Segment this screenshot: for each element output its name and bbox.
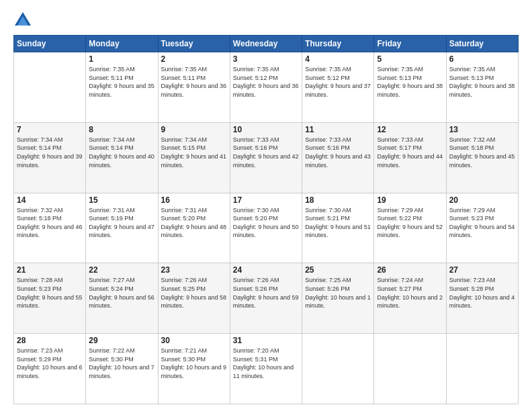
- day-number: 9: [161, 125, 227, 134]
- calendar-header-friday: Friday: [374, 36, 446, 52]
- day-info: Sunrise: 7:34 AMSunset: 5:15 PMDaylight:…: [161, 136, 227, 169]
- calendar-header-row: SundayMondayTuesdayWednesdayThursdayFrid…: [14, 36, 519, 52]
- calendar-table: SundayMondayTuesdayWednesdayThursdayFrid…: [13, 35, 519, 404]
- day-info: Sunrise: 7:20 AMSunset: 5:31 PMDaylight:…: [233, 347, 299, 380]
- day-info: Sunrise: 7:27 AMSunset: 5:24 PMDaylight:…: [89, 276, 154, 310]
- calendar-cell: 5Sunrise: 7:35 AMSunset: 5:13 PMDaylight…: [374, 52, 446, 123]
- day-info: Sunrise: 7:30 AMSunset: 5:21 PMDaylight:…: [305, 206, 371, 240]
- day-number: 15: [89, 195, 154, 205]
- calendar-cell: 24Sunrise: 7:26 AMSunset: 5:26 PMDayligh…: [230, 263, 302, 334]
- day-info: Sunrise: 7:33 AMSunset: 5:17 PMDaylight:…: [377, 136, 443, 169]
- day-info: Sunrise: 7:23 AMSunset: 5:29 PMDaylight:…: [17, 347, 83, 380]
- calendar-cell: 30Sunrise: 7:21 AMSunset: 5:30 PMDayligh…: [158, 334, 230, 404]
- calendar-cell: 15Sunrise: 7:31 AMSunset: 5:19 PMDayligh…: [86, 193, 158, 263]
- day-info: Sunrise: 7:26 AMSunset: 5:26 PMDaylight:…: [233, 276, 299, 310]
- day-info: Sunrise: 7:33 AMSunset: 5:16 PMDaylight:…: [305, 136, 371, 169]
- calendar-cell: 10Sunrise: 7:33 AMSunset: 5:16 PMDayligh…: [230, 122, 302, 193]
- day-number: 31: [233, 336, 299, 345]
- calendar-cell: [302, 334, 374, 404]
- calendar-cell: 14Sunrise: 7:32 AMSunset: 5:18 PMDayligh…: [14, 193, 86, 263]
- day-number: 13: [449, 125, 515, 134]
- calendar-cell: 3Sunrise: 7:35 AMSunset: 5:12 PMDaylight…: [230, 52, 302, 123]
- calendar-cell: 1Sunrise: 7:35 AMSunset: 5:11 PMDaylight…: [86, 52, 158, 123]
- day-info: Sunrise: 7:34 AMSunset: 5:14 PMDaylight:…: [17, 136, 83, 169]
- day-number: 14: [17, 195, 83, 205]
- calendar-week-row: 14Sunrise: 7:32 AMSunset: 5:18 PMDayligh…: [14, 193, 519, 263]
- day-info: Sunrise: 7:22 AMSunset: 5:30 PMDaylight:…: [89, 347, 154, 380]
- day-number: 27: [449, 265, 515, 275]
- day-number: 26: [377, 265, 443, 275]
- calendar-cell: 11Sunrise: 7:33 AMSunset: 5:16 PMDayligh…: [302, 122, 374, 193]
- day-number: 28: [17, 336, 83, 345]
- calendar-cell: 21Sunrise: 7:28 AMSunset: 5:23 PMDayligh…: [14, 263, 86, 334]
- day-info: Sunrise: 7:35 AMSunset: 5:11 PMDaylight:…: [89, 65, 154, 99]
- day-number: 16: [161, 195, 227, 205]
- day-number: 1: [89, 54, 154, 64]
- day-info: Sunrise: 7:34 AMSunset: 5:14 PMDaylight:…: [89, 136, 154, 169]
- calendar-cell: 7Sunrise: 7:34 AMSunset: 5:14 PMDaylight…: [14, 122, 86, 193]
- day-number: 25: [305, 265, 371, 275]
- calendar-cell: 23Sunrise: 7:26 AMSunset: 5:25 PMDayligh…: [158, 263, 230, 334]
- calendar-cell: 12Sunrise: 7:33 AMSunset: 5:17 PMDayligh…: [374, 122, 446, 193]
- calendar-cell: 13Sunrise: 7:32 AMSunset: 5:18 PMDayligh…: [446, 122, 518, 193]
- day-info: Sunrise: 7:21 AMSunset: 5:30 PMDaylight:…: [161, 347, 227, 380]
- day-number: 12: [377, 125, 443, 134]
- calendar-cell: 31Sunrise: 7:20 AMSunset: 5:31 PMDayligh…: [230, 334, 302, 404]
- calendar-cell: 17Sunrise: 7:30 AMSunset: 5:20 PMDayligh…: [230, 193, 302, 263]
- day-info: Sunrise: 7:35 AMSunset: 5:11 PMDaylight:…: [161, 65, 227, 99]
- calendar-week-row: 21Sunrise: 7:28 AMSunset: 5:23 PMDayligh…: [14, 263, 519, 334]
- day-info: Sunrise: 7:29 AMSunset: 5:23 PMDaylight:…: [449, 206, 515, 240]
- logo: [13, 11, 35, 30]
- day-number: 20: [449, 195, 515, 205]
- header: [13, 11, 519, 30]
- calendar-cell: 9Sunrise: 7:34 AMSunset: 5:15 PMDaylight…: [158, 122, 230, 193]
- calendar-cell: 4Sunrise: 7:35 AMSunset: 5:12 PMDaylight…: [302, 52, 374, 123]
- day-info: Sunrise: 7:33 AMSunset: 5:16 PMDaylight:…: [233, 136, 299, 169]
- day-number: 11: [305, 125, 371, 134]
- logo-icon: [13, 11, 32, 30]
- calendar-header-wednesday: Wednesday: [230, 36, 302, 52]
- day-info: Sunrise: 7:29 AMSunset: 5:22 PMDaylight:…: [377, 206, 443, 240]
- calendar-cell: [14, 52, 86, 123]
- day-number: 2: [161, 54, 227, 64]
- calendar-cell: 20Sunrise: 7:29 AMSunset: 5:23 PMDayligh…: [446, 193, 518, 263]
- calendar-cell: [446, 334, 518, 404]
- day-info: Sunrise: 7:31 AMSunset: 5:19 PMDaylight:…: [89, 206, 154, 240]
- day-number: 7: [17, 125, 83, 134]
- day-info: Sunrise: 7:35 AMSunset: 5:13 PMDaylight:…: [377, 65, 443, 99]
- calendar-cell: 2Sunrise: 7:35 AMSunset: 5:11 PMDaylight…: [158, 52, 230, 123]
- calendar-header-thursday: Thursday: [302, 36, 374, 52]
- day-number: 6: [449, 54, 515, 64]
- day-info: Sunrise: 7:35 AMSunset: 5:13 PMDaylight:…: [449, 65, 515, 99]
- calendar-cell: 22Sunrise: 7:27 AMSunset: 5:24 PMDayligh…: [86, 263, 158, 334]
- calendar-header-sunday: Sunday: [14, 36, 86, 52]
- day-number: 21: [17, 265, 83, 275]
- day-number: 8: [89, 125, 154, 134]
- calendar-week-row: 7Sunrise: 7:34 AMSunset: 5:14 PMDaylight…: [14, 122, 519, 193]
- day-number: 22: [89, 265, 154, 275]
- calendar-cell: 27Sunrise: 7:23 AMSunset: 5:28 PMDayligh…: [446, 263, 518, 334]
- calendar-cell: [374, 334, 446, 404]
- day-number: 18: [305, 195, 371, 205]
- page: SundayMondayTuesdayWednesdayThursdayFrid…: [0, 0, 532, 411]
- calendar-cell: 8Sunrise: 7:34 AMSunset: 5:14 PMDaylight…: [86, 122, 158, 193]
- day-number: 29: [89, 336, 154, 345]
- day-number: 5: [377, 54, 443, 64]
- calendar-header-monday: Monday: [86, 36, 158, 52]
- day-number: 24: [233, 265, 299, 275]
- calendar-week-row: 28Sunrise: 7:23 AMSunset: 5:29 PMDayligh…: [14, 334, 519, 404]
- calendar-cell: 18Sunrise: 7:30 AMSunset: 5:21 PMDayligh…: [302, 193, 374, 263]
- day-info: Sunrise: 7:28 AMSunset: 5:23 PMDaylight:…: [17, 276, 83, 310]
- day-number: 23: [161, 265, 227, 275]
- day-number: 3: [233, 54, 299, 64]
- day-info: Sunrise: 7:30 AMSunset: 5:20 PMDaylight:…: [233, 206, 299, 240]
- day-info: Sunrise: 7:32 AMSunset: 5:18 PMDaylight:…: [17, 206, 83, 240]
- day-info: Sunrise: 7:23 AMSunset: 5:28 PMDaylight:…: [449, 276, 515, 310]
- calendar-header-tuesday: Tuesday: [158, 36, 230, 52]
- calendar-cell: 25Sunrise: 7:25 AMSunset: 5:26 PMDayligh…: [302, 263, 374, 334]
- day-info: Sunrise: 7:35 AMSunset: 5:12 PMDaylight:…: [305, 65, 371, 99]
- day-number: 4: [305, 54, 371, 64]
- day-number: 19: [377, 195, 443, 205]
- day-info: Sunrise: 7:32 AMSunset: 5:18 PMDaylight:…: [449, 136, 515, 169]
- day-info: Sunrise: 7:24 AMSunset: 5:27 PMDaylight:…: [377, 276, 443, 310]
